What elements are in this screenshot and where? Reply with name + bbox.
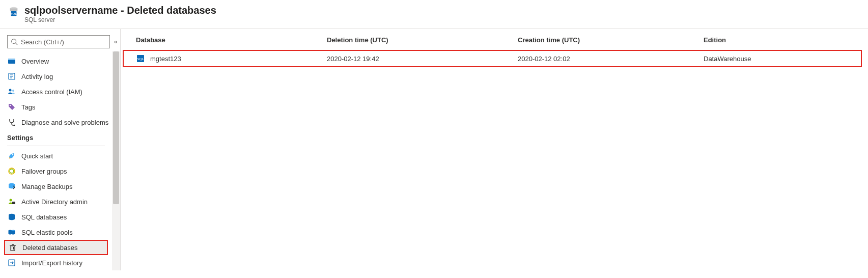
sidebar-nav: Overview Activity log Access control (IA…	[4, 53, 116, 270]
sidebar-item-activity-log[interactable]: Activity log	[4, 69, 108, 84]
search-input[interactable]	[18, 38, 106, 46]
cell-database-name: mgtest123	[150, 55, 181, 63]
column-header-creation-time[interactable]: Creation time (UTC)	[518, 36, 704, 44]
sidebar-scrollbar[interactable]	[112, 51, 120, 270]
sidebar-item-label: Active Directory admin	[21, 198, 88, 206]
sidebar-item-failover-groups[interactable]: Failover groups	[4, 163, 108, 179]
cell-deletion-time: 2020-02-12 19:42	[327, 55, 518, 63]
sidebar-item-import-export-history[interactable]: Import/Export history	[4, 255, 108, 270]
overview-icon	[7, 57, 16, 66]
sidebar-item-aad-admin[interactable]: Active Directory admin	[4, 194, 108, 209]
svg-point-18	[10, 199, 12, 202]
aad-admin-icon	[7, 197, 16, 206]
sidebar-item-overview[interactable]: Overview	[4, 53, 108, 69]
column-header-deletion-time[interactable]: Deletion time (UTC)	[327, 36, 518, 44]
failover-groups-icon	[7, 166, 16, 176]
sidebar-item-label: Failover groups	[21, 168, 67, 175]
svg-rect-6	[8, 59, 15, 60]
search-icon	[11, 38, 18, 45]
cell-edition: DataWarehouse	[704, 55, 848, 63]
svg-text:SQL: SQL	[11, 12, 17, 15]
sidebar-item-label: Deleted databases	[22, 244, 77, 252]
diagnose-icon	[7, 118, 16, 127]
scrollbar-thumb[interactable]	[113, 51, 119, 204]
svg-text:SQL: SQL	[137, 57, 144, 61]
sql-databases-icon	[7, 212, 16, 221]
svg-point-14	[14, 125, 15, 126]
sidebar-section-settings: Settings	[4, 130, 108, 145]
tags-icon	[7, 102, 16, 112]
svg-line-4	[16, 43, 18, 45]
manage-backups-icon	[7, 182, 16, 191]
section-divider	[7, 146, 105, 146]
sidebar-item-label: Tags	[21, 103, 35, 111]
deleted-databases-icon	[8, 243, 17, 252]
sidebar-item-label: Manage Backups	[21, 183, 72, 190]
deleted-databases-table: Database Deletion time (UTC) Creation ti…	[121, 29, 868, 67]
svg-rect-23	[11, 246, 15, 251]
sidebar-item-label: Access control (IAM)	[21, 88, 82, 96]
column-header-edition[interactable]: Edition	[704, 36, 853, 44]
sql-server-icon: SQL	[8, 6, 19, 17]
sidebar-item-label: Import/Export history	[21, 259, 82, 267]
svg-point-11	[9, 89, 12, 92]
page-subtitle: SQL server	[24, 16, 216, 23]
table-header-row: Database Deletion time (UTC) Creation ti…	[121, 29, 868, 50]
sidebar-item-deleted-databases[interactable]: Deleted databases	[4, 240, 108, 255]
sidebar-item-label: Overview	[21, 58, 49, 65]
svg-rect-19	[12, 202, 15, 204]
sidebar-item-tags[interactable]: Tags	[4, 99, 108, 115]
svg-point-12	[12, 90, 14, 92]
sidebar-item-label: Quick start	[21, 152, 53, 160]
sidebar-item-label: Activity log	[21, 73, 53, 80]
svg-point-13	[10, 105, 11, 106]
sidebar-item-sql-elastic-pools[interactable]: SQL elastic pools	[4, 225, 108, 240]
activity-log-icon	[7, 72, 16, 81]
sidebar-item-sql-databases[interactable]: SQL databases	[4, 209, 108, 225]
main-content: Database Deletion time (UTC) Creation ti…	[121, 29, 868, 270]
column-header-database[interactable]: Database	[136, 36, 327, 44]
table-row[interactable]: SQL mgtest123 2020-02-12 19:42 2020-02-1…	[123, 50, 862, 67]
sidebar-item-diagnose[interactable]: Diagnose and solve problems	[4, 115, 108, 130]
sidebar-item-manage-backups[interactable]: Manage Backups	[4, 179, 108, 194]
sidebar: « Overview Activity log Access contr	[0, 29, 121, 270]
cell-creation-time: 2020-02-12 02:02	[518, 55, 704, 63]
sql-database-icon: SQL	[136, 54, 145, 63]
access-control-icon	[7, 87, 16, 96]
svg-point-15	[12, 154, 14, 156]
sidebar-item-label: SQL databases	[21, 213, 67, 221]
collapse-sidebar-button[interactable]: «	[114, 38, 118, 45]
quick-start-icon	[7, 151, 16, 160]
import-export-icon	[7, 258, 16, 267]
sql-elastic-pools-icon	[7, 228, 16, 237]
sidebar-item-quick-start[interactable]: Quick start	[4, 148, 108, 163]
page-header: SQL sqlpoolservername - Deleted database…	[0, 0, 868, 29]
page-title: sqlpoolservername - Deleted databases	[24, 4, 216, 16]
svg-point-3	[12, 39, 16, 44]
sidebar-item-label: Diagnose and solve problems	[21, 119, 108, 126]
sidebar-item-label: SQL elastic pools	[21, 229, 73, 236]
sidebar-search-box[interactable]	[7, 35, 110, 48]
sidebar-item-access-control[interactable]: Access control (IAM)	[4, 84, 108, 99]
